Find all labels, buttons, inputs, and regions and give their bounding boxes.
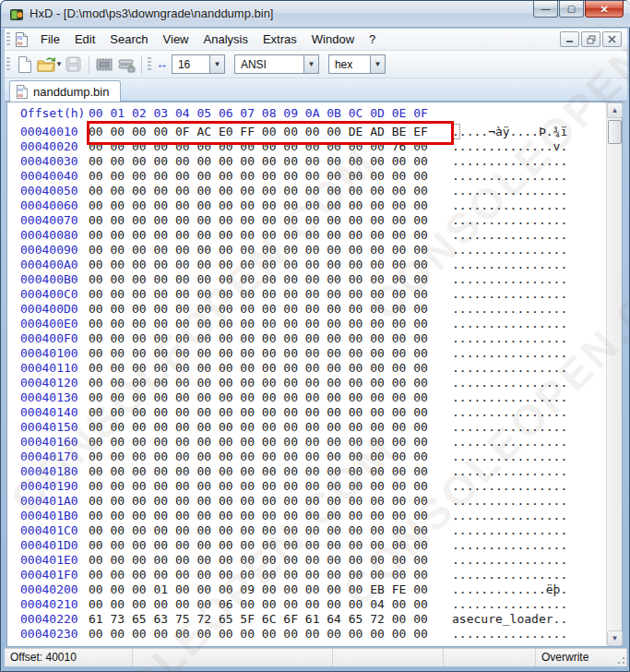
row-bytes[interactable]: 00 00 00 00 00 00 00 00 00 00 00 00 00 0… (89, 568, 439, 582)
maximize-button[interactable]: ▢ (559, 1, 584, 18)
row-ascii[interactable]: ................ (439, 627, 567, 642)
row-bytes[interactable]: 00 00 00 00 00 00 00 00 00 00 00 00 00 0… (89, 184, 439, 198)
row-bytes[interactable]: 00 00 00 01 00 00 00 09 00 00 00 00 00 E… (89, 582, 439, 597)
open-file-button[interactable] (35, 54, 57, 76)
row-ascii[interactable]: ................ (439, 228, 567, 243)
hex-row[interactable]: 0004006000 00 00 00 00 00 00 00 00 00 00… (7, 198, 567, 213)
row-ascii[interactable]: ................ (439, 405, 567, 420)
row-bytes[interactable]: 00 00 00 00 00 00 00 00 00 00 00 00 00 0… (89, 494, 439, 509)
row-ascii[interactable]: ................ (439, 538, 567, 553)
row-ascii[interactable]: ................ (439, 346, 567, 361)
row-bytes[interactable]: 00 00 00 00 00 00 00 00 00 00 00 00 00 0… (89, 405, 439, 420)
row-bytes[interactable]: 00 00 00 00 00 00 00 00 00 00 00 00 00 0… (89, 420, 439, 435)
hex-row[interactable]: 0004014000 00 00 00 00 00 00 00 00 00 00… (7, 405, 567, 420)
hex-row[interactable]: 000400D000 00 00 00 00 00 00 00 00 00 00… (7, 302, 567, 317)
hex-row[interactable]: 000401D000 00 00 00 00 00 00 00 00 00 00… (7, 538, 567, 553)
menu-search[interactable]: Search (102, 30, 155, 49)
row-ascii[interactable]: ................ (439, 553, 567, 568)
row-bytes[interactable]: 00 00 00 00 00 00 00 00 00 00 00 00 00 0… (89, 346, 439, 361)
row-ascii[interactable]: ................ (439, 258, 567, 272)
row-bytes[interactable]: 00 00 00 00 00 00 06 00 00 00 00 00 00 0… (89, 597, 439, 612)
row-ascii[interactable]: ................ (439, 287, 567, 302)
row-ascii[interactable]: ................ (439, 243, 567, 258)
hex-row[interactable]: 0004011000 00 00 00 00 00 00 00 00 00 00… (7, 361, 567, 376)
hex-row[interactable]: 0004016000 00 00 00 00 00 00 00 00 00 00… (7, 435, 567, 450)
toolbar-grip[interactable] (148, 57, 151, 72)
menu-window[interactable]: Window (304, 30, 362, 49)
row-ascii[interactable]: ................ (439, 435, 567, 450)
hex-row[interactable]: 0004009000 00 00 00 00 00 00 00 00 00 00… (7, 243, 567, 258)
row-bytes[interactable]: 00 00 00 00 00 00 00 00 00 00 00 00 00 0… (89, 553, 439, 568)
hex-row[interactable]: 0004015000 00 00 00 00 00 00 00 00 00 00… (7, 420, 567, 435)
row-bytes[interactable]: 00 00 00 00 0F AC E0 FF 00 00 00 00 DE A… (89, 125, 439, 139)
row-bytes[interactable]: 00 00 00 00 00 00 00 00 00 00 00 00 00 0… (89, 479, 439, 494)
row-ascii[interactable]: .....¬àÿ....Þ.¾ï (439, 125, 567, 139)
row-bytes[interactable]: 00 00 00 00 00 00 00 00 00 00 00 00 00 0… (89, 169, 439, 184)
row-bytes[interactable]: 00 00 00 00 00 00 00 00 00 00 00 00 00 0… (89, 538, 439, 553)
hex-row[interactable]: 0004013000 00 00 00 00 00 00 00 00 00 00… (7, 390, 567, 405)
row-bytes[interactable]: 00 00 00 00 00 00 00 00 00 00 00 00 00 0… (89, 523, 439, 538)
hex-row[interactable]: 0004019000 00 00 00 00 00 00 00 00 00 00… (7, 479, 567, 494)
hex-row[interactable]: 000401B000 00 00 00 00 00 00 00 00 00 00… (7, 509, 567, 523)
row-bytes[interactable]: 00 00 00 00 00 00 00 00 00 00 00 00 00 0… (89, 390, 439, 405)
row-bytes[interactable]: 00 00 00 00 00 00 00 00 00 00 00 00 00 0… (89, 509, 439, 523)
hex-row[interactable]: 000400B000 00 00 00 00 00 00 00 00 00 00… (7, 272, 567, 287)
mdi-close-button[interactable] (602, 31, 622, 47)
hex-row[interactable]: 000401F000 00 00 00 00 00 00 00 00 00 00… (7, 568, 567, 582)
hex-row[interactable]: 0004008000 00 00 00 00 00 00 00 00 00 00… (7, 228, 567, 243)
menu-edit[interactable]: Edit (67, 30, 102, 49)
menu-extras[interactable]: Extras (256, 30, 304, 49)
chevron-down-icon[interactable]: ▼ (209, 55, 224, 73)
row-bytes[interactable]: 00 00 00 00 00 00 00 00 00 00 00 00 00 0… (89, 213, 439, 228)
scroll-down-button[interactable]: ▼ (607, 630, 623, 646)
close-button[interactable]: ✕ (585, 1, 624, 18)
row-bytes[interactable]: 00 00 00 00 00 00 00 00 00 00 00 00 00 0… (89, 627, 439, 642)
row-bytes[interactable]: 00 00 00 00 00 00 00 00 00 00 00 00 00 0… (89, 228, 439, 243)
row-ascii[interactable]: ................ (439, 184, 567, 198)
hex-editor[interactable]: Offset(h)00 01 02 03 04 05 06 07 08 09 0… (6, 102, 623, 647)
row-ascii[interactable]: ................ (439, 568, 567, 582)
row-ascii[interactable]: ................ (439, 509, 567, 523)
row-ascii[interactable]: ................ (439, 420, 567, 435)
scroll-up-button[interactable]: ▲ (607, 102, 623, 118)
scrollbar-thumb[interactable] (608, 120, 622, 144)
row-bytes[interactable]: 00 00 00 00 00 00 00 00 00 00 00 00 00 0… (89, 450, 439, 464)
menu-help[interactable]: ? (362, 30, 383, 49)
hex-row[interactable]: 0004010000 00 00 00 00 00 00 00 00 00 00… (7, 346, 567, 361)
row-ascii[interactable]: ................ (439, 464, 567, 479)
row-ascii[interactable]: ................ (439, 213, 567, 228)
row-ascii[interactable]: ................ (439, 597, 567, 612)
menu-view[interactable]: View (156, 30, 196, 49)
vertical-scrollbar[interactable]: ▲ ▼ (606, 102, 622, 646)
row-bytes[interactable]: 00 00 00 00 00 00 00 00 00 00 00 00 00 0… (89, 361, 439, 376)
offset-base-select[interactable]: hex ▼ (328, 54, 386, 74)
open-ram-button[interactable] (93, 54, 115, 76)
row-ascii[interactable]: ................ (439, 317, 567, 331)
hex-row[interactable]: 000400C000 00 00 00 00 00 00 00 00 00 00… (7, 287, 567, 302)
row-ascii[interactable]: ................ (439, 390, 567, 405)
hex-row[interactable]: 0004012000 00 00 00 00 00 00 00 00 00 00… (7, 376, 567, 390)
row-bytes[interactable]: 00 00 00 00 00 00 00 00 00 00 00 00 00 0… (89, 139, 439, 154)
mdi-minimize-button[interactable] (560, 31, 579, 47)
row-ascii[interactable]: ................ (439, 494, 567, 509)
row-ascii[interactable]: .............ëþ. (439, 582, 567, 597)
row-ascii[interactable]: ..............v. (439, 139, 567, 154)
row-ascii[interactable]: ................ (439, 450, 567, 464)
row-ascii[interactable]: ................ (439, 331, 567, 346)
hex-row[interactable]: 0004002000 00 00 00 00 00 00 00 00 00 00… (7, 139, 567, 154)
hex-row[interactable]: 0004003000 00 00 00 00 00 00 00 00 00 00… (7, 154, 567, 169)
hex-row[interactable]: 000401C000 00 00 00 00 00 00 00 00 00 00… (7, 523, 567, 538)
row-ascii[interactable]: ................ (439, 198, 567, 213)
hex-row[interactable]: 0004004000 00 00 00 00 00 00 00 00 00 00… (7, 169, 567, 184)
row-ascii[interactable]: ................ (439, 272, 567, 287)
row-bytes[interactable]: 00 00 00 00 00 00 00 00 00 00 00 00 00 0… (89, 435, 439, 450)
hex-row[interactable]: 0004005000 00 00 00 00 00 00 00 00 00 00… (7, 184, 567, 198)
row-bytes[interactable]: 00 00 00 00 00 00 00 00 00 00 00 00 00 0… (89, 287, 439, 302)
hex-row[interactable]: 0004018000 00 00 00 00 00 00 00 00 00 00… (7, 464, 567, 479)
row-bytes[interactable]: 00 00 00 00 00 00 00 00 00 00 00 00 00 0… (89, 302, 439, 317)
row-ascii[interactable]: ................ (439, 302, 567, 317)
row-bytes[interactable]: 61 73 65 63 75 72 65 5F 6C 6F 61 64 65 7… (89, 612, 439, 627)
title-bar[interactable]: HxD - [D:\mod\ps3\downgrade\nanddump.bin… (2, 1, 630, 28)
hex-row[interactable]: 000401A000 00 00 00 00 00 00 00 00 00 00… (7, 494, 567, 509)
tab-nanddump[interactable]: FD A0 nanddump.bin (9, 80, 121, 102)
